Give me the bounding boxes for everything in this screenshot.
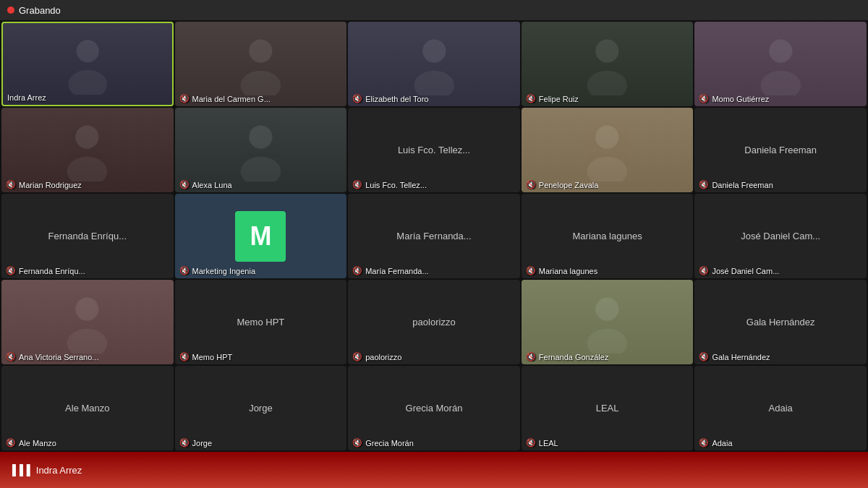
participant-cell-marketing[interactable]: M🔇Marketing Ingenia	[175, 194, 347, 278]
svg-point-6	[595, 39, 618, 62]
label-name: María Fernanda...	[365, 267, 428, 275]
participant-label-felipe: 🔇Felipe Ruiz	[526, 94, 579, 103]
label-name: Luis Fco. Tellez...	[365, 181, 427, 189]
participant-name: Mariana lagunes	[567, 231, 648, 241]
participant-name: Gala Hernández	[741, 317, 821, 328]
mute-icon: 🔇	[526, 352, 536, 361]
participant-name: Jorge	[243, 403, 278, 414]
participant-cell-penelope[interactable]: 🔇Penelope Zavala	[522, 108, 694, 192]
participant-label-elizabeth: 🔇Elizabeth del Toro	[352, 94, 428, 103]
svg-point-9	[760, 70, 801, 95]
participant-label-anavictoria: 🔇Ana Victoria Serrano...	[6, 352, 98, 361]
participant-cell-gala[interactable]: Gala Hernández🔇Gala Hernández	[694, 280, 867, 364]
label-name: Indra Arrez	[7, 93, 46, 102]
svg-point-10	[76, 125, 99, 148]
label-name: Jorge	[192, 439, 213, 448]
mute-icon: 🔇	[352, 266, 362, 275]
participant-cell-fernanda_e[interactable]: Fernanda Enríqu...🔇Fernanda Enríqu...	[1, 194, 174, 278]
svg-point-14	[595, 125, 618, 148]
participant-cell-mariana[interactable]: Mariana lagunes🔇Mariana lagunes	[522, 194, 694, 278]
svg-point-17	[67, 328, 108, 354]
participant-label-indra: Indra Arrez	[7, 93, 46, 102]
participant-label-memo: 🔇Memo HPT	[179, 352, 233, 361]
participant-cell-adaia[interactable]: Adaia🔇Adaia	[694, 366, 867, 450]
label-name: Grecia Morán	[365, 439, 414, 448]
label-name: Fernanda Enríqu...	[19, 267, 85, 275]
record-label: Grabando	[19, 5, 61, 16]
label-name: Momo Gutiérrez	[712, 95, 769, 103]
participant-cell-jose_daniel[interactable]: José Daniel Cam...🔇José Daniel Cam...	[694, 194, 867, 278]
participant-cell-daniela[interactable]: Daniela Freeman🔇Daniela Freeman	[694, 108, 867, 192]
participant-name: Memo HPT	[231, 317, 291, 328]
participant-cell-indra[interactable]: Indra Arrez	[1, 22, 174, 106]
participant-label-mariana: 🔇Mariana lagunes	[526, 266, 597, 275]
svg-point-5	[414, 70, 454, 95]
speaker-label: Indra Arrez	[36, 465, 82, 476]
participant-name: paolorizzo	[407, 317, 461, 328]
participant-name: Luis Fco. Tellez...	[392, 145, 476, 155]
participant-cell-anavictoria[interactable]: 🔇Ana Victoria Serrano...	[1, 280, 174, 364]
svg-point-11	[67, 156, 108, 181]
participant-label-adaia: 🔇Adaia	[699, 438, 732, 448]
participant-cell-leal[interactable]: LEAL🔇LEAL	[522, 366, 694, 450]
mute-icon: 🔇	[179, 180, 190, 189]
label-name: Marian Rodriguez	[19, 181, 82, 189]
mute-icon: 🔇	[179, 266, 190, 275]
label-name: Daniela Freeman	[712, 181, 773, 189]
label-name: Gala Hernández	[712, 353, 770, 361]
participant-label-gala: 🔇Gala Hernández	[699, 352, 770, 361]
participant-cell-carmen[interactable]: 🔇Maria del Carmen G...	[175, 22, 347, 106]
label-name: Ale Manzo	[19, 439, 56, 448]
mute-icon: 🔇	[526, 94, 536, 103]
label-name: Ana Victoria Serrano...	[19, 353, 98, 361]
participant-cell-fernanda_g[interactable]: 🔇Fernanda González	[522, 280, 694, 364]
top-bar: Grabando	[0, 0, 868, 20]
participant-cell-luis[interactable]: Luis Fco. Tellez...🔇Luis Fco. Tellez...	[348, 108, 520, 192]
svg-point-19	[587, 328, 628, 354]
bars-icon: ▐▐▐	[9, 464, 30, 476]
participant-label-leal: 🔇LEAL	[526, 438, 558, 448]
mute-icon: 🔇	[6, 438, 16, 448]
svg-point-13	[241, 156, 281, 181]
bottom-preview-strip: ▐▐▐ Indra Arrez	[0, 452, 868, 488]
participant-label-fernanda_g: 🔇Fernanda González	[526, 352, 609, 361]
participant-cell-grecia[interactable]: Grecia Morán🔇Grecia Morán	[348, 366, 520, 450]
participant-cell-marian[interactable]: 🔇Marian Rodriguez	[1, 108, 174, 192]
participant-label-carmen: 🔇Maria del Carmen G...	[179, 94, 271, 103]
participant-label-marian: 🔇Marian Rodriguez	[6, 180, 82, 189]
participant-name: Grecia Morán	[400, 403, 469, 414]
svg-point-2	[249, 39, 272, 62]
label-name: Felipe Ruiz	[539, 95, 579, 103]
participant-label-grecia: 🔇Grecia Morán	[352, 438, 414, 448]
participant-name: LEAL	[590, 403, 625, 414]
label-name: Alexa Luna	[192, 181, 232, 189]
participant-label-ale: 🔇Ale Manzo	[6, 438, 56, 448]
svg-point-3	[241, 70, 281, 95]
participant-cell-elizabeth[interactable]: 🔇Elizabeth del Toro	[348, 22, 520, 106]
label-name: LEAL	[539, 439, 558, 448]
label-name: Mariana lagunes	[539, 267, 597, 275]
participant-name: María Fernanda...	[391, 231, 477, 241]
participant-cell-paolo[interactable]: paolorizzo🔇paolorizzo	[348, 280, 520, 364]
mute-icon: 🔇	[352, 94, 362, 103]
participant-grid: Indra Arrez 🔇Maria del Carmen G... 🔇Eliz…	[0, 20, 868, 452]
participant-cell-momo[interactable]: 🔇Momo Gutiérrez	[694, 22, 867, 106]
svg-point-7	[587, 70, 628, 95]
participant-name: Adaia	[763, 403, 799, 414]
participant-cell-alexa[interactable]: 🔇Alexa Luna	[175, 108, 347, 192]
participant-cell-maria_f[interactable]: María Fernanda...🔇María Fernanda...	[348, 194, 520, 278]
participant-cell-memo[interactable]: Memo HPT🔇Memo HPT	[175, 280, 347, 364]
svg-point-15	[587, 156, 628, 181]
participant-cell-felipe[interactable]: 🔇Felipe Ruiz	[522, 22, 694, 106]
svg-point-0	[76, 40, 98, 62]
mute-icon: 🔇	[6, 266, 16, 275]
participant-name: Fernanda Enríqu...	[43, 231, 132, 241]
label-name: Penelope Zavala	[539, 181, 599, 189]
record-indicator	[7, 7, 14, 14]
participant-cell-ale[interactable]: Ale Manzo🔇Ale Manzo	[1, 366, 174, 450]
participant-label-maria_f: 🔇María Fernanda...	[352, 266, 428, 275]
participant-label-daniela: 🔇Daniela Freeman	[699, 180, 773, 189]
label-name: José Daniel Cam...	[712, 267, 779, 275]
participant-cell-jorge[interactable]: Jorge🔇Jorge	[175, 366, 347, 450]
participant-name: José Daniel Cam...	[735, 231, 826, 241]
